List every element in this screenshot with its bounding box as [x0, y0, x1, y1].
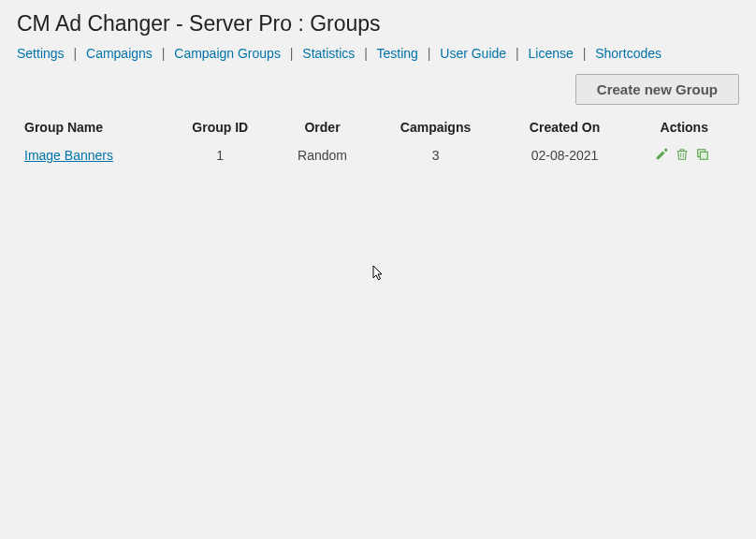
cell-actions	[630, 144, 739, 167]
nav-campaign-groups[interactable]: Campaign Groups	[174, 46, 281, 61]
nav-campaigns[interactable]: Campaigns	[86, 46, 153, 61]
table-row: Image Banners 1 Random 3 02-08-2021	[17, 144, 739, 167]
trash-icon[interactable]	[676, 148, 689, 164]
nav-separator: |	[516, 46, 519, 61]
cursor-icon	[372, 265, 385, 284]
cell-campaigns: 3	[371, 144, 501, 167]
nav-license[interactable]: License	[529, 46, 574, 61]
nav-statistics[interactable]: Statistics	[302, 46, 355, 61]
th-campaigns: Campaigns	[371, 114, 501, 144]
th-group-name: Group Name	[17, 114, 167, 144]
nav-user-guide[interactable]: User Guide	[440, 46, 506, 61]
nav-testing[interactable]: Testing	[377, 46, 418, 61]
nav-separator: |	[428, 46, 431, 61]
svg-rect-1	[701, 152, 708, 159]
th-created-on: Created On	[501, 114, 630, 144]
create-group-button[interactable]: Create new Group	[575, 74, 739, 105]
nav-separator: |	[583, 46, 587, 61]
nav-separator: |	[290, 46, 294, 61]
nav-separator: |	[364, 46, 368, 61]
th-actions: Actions	[630, 114, 739, 144]
edit-icon[interactable]	[655, 148, 668, 164]
th-order: Order	[274, 114, 371, 144]
nav-separator: |	[162, 46, 166, 61]
nav-settings[interactable]: Settings	[17, 46, 65, 61]
cell-created-on: 02-08-2021	[501, 144, 630, 167]
page-title: CM Ad Changer - Server Pro : Groups	[0, 0, 756, 46]
table-header-row: Group Name Group ID Order Campaigns Crea…	[17, 114, 739, 144]
th-group-id: Group ID	[167, 114, 274, 144]
top-actions: Create new Group	[0, 74, 756, 114]
group-name-link[interactable]: Image Banners	[24, 148, 113, 163]
nav-separator: |	[73, 46, 77, 61]
groups-table: Group Name Group ID Order Campaigns Crea…	[17, 114, 739, 167]
nav-shortcodes[interactable]: Shortcodes	[595, 46, 662, 61]
cell-group-name: Image Banners	[17, 144, 167, 167]
nav-links: Settings | Campaigns | Campaign Groups |…	[0, 46, 756, 74]
cell-group-id: 1	[167, 144, 274, 167]
copy-icon[interactable]	[696, 148, 709, 164]
cell-order: Random	[274, 144, 371, 167]
